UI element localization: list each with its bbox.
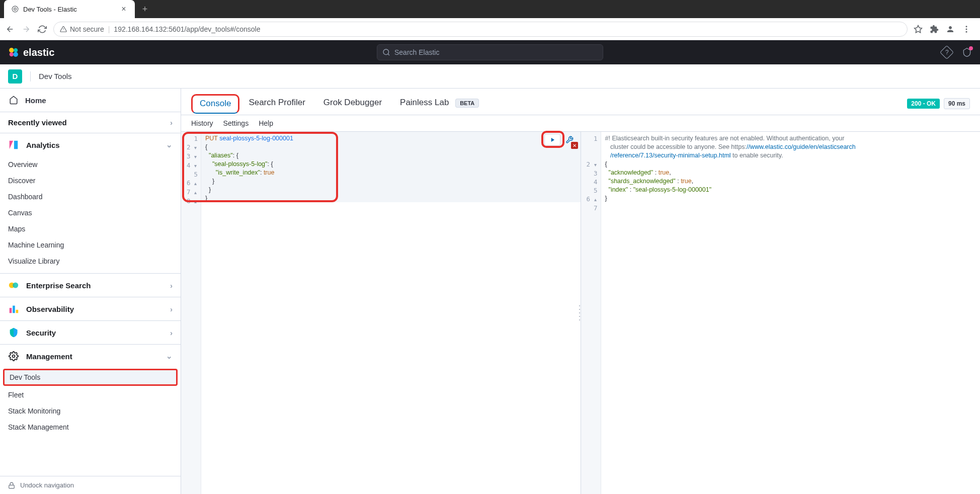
forward-button[interactable]: [21, 24, 31, 34]
security-indicator: Not secure: [60, 25, 104, 33]
bookmark-star-icon[interactable]: [914, 25, 923, 34]
chevron-right-icon: ›: [170, 118, 173, 127]
elastic-logo-icon: [8, 47, 19, 58]
sidebar-home[interactable]: Home: [0, 89, 181, 112]
kebab-menu-icon[interactable]: [962, 25, 971, 34]
sidebar-item-overview[interactable]: Overview: [0, 156, 181, 173]
svg-point-9: [13, 52, 18, 57]
request-body[interactable]: PUT seal-plossys-5-log-000001 { "aliases…: [201, 132, 581, 205]
svg-point-0: [12, 6, 18, 12]
svg-rect-17: [9, 485, 15, 488]
search-icon: [382, 48, 390, 56]
tab-search-profiler[interactable]: Search Profiler: [239, 93, 314, 115]
sidebar-obs-label: Observability: [26, 305, 74, 313]
main-tabs: Console Search Profiler Grok Debugger Pa…: [181, 89, 980, 115]
tab-close-icon[interactable]: ×: [120, 5, 128, 13]
sidebar-analytics[interactable]: Analytics ⌄: [0, 133, 181, 156]
sidebar-observability[interactable]: Observability ›: [0, 297, 181, 320]
back-button[interactable]: [5, 24, 15, 34]
svg-point-4: [966, 28, 967, 30]
sidebar-sec-label: Security: [26, 328, 56, 337]
sidebar-item-fleet[interactable]: Fleet: [0, 387, 181, 403]
sub-tab-help[interactable]: Help: [259, 119, 273, 127]
search-placeholder: Search Elastic: [394, 48, 439, 56]
elastic-logo[interactable]: elastic: [8, 47, 54, 58]
chevron-right-icon: ›: [170, 281, 173, 290]
extensions-icon[interactable]: [930, 25, 939, 34]
sidebar-item-maps[interactable]: Maps: [0, 221, 181, 237]
news-feed-icon[interactable]: [962, 47, 972, 57]
sidebar-es-label: Enterprise Search: [26, 281, 91, 290]
request-path: seal-plossys-5-log-000001: [219, 135, 293, 142]
address-bar[interactable]: Not secure | 192.168.164.132:5601/app/de…: [53, 22, 908, 37]
home-icon: [8, 95, 19, 106]
sidebar-item-discover[interactable]: Discover: [0, 173, 181, 189]
console-sub-tabs: History Settings Help: [181, 115, 980, 131]
main-area: Console Search Profiler Grok Debugger Pa…: [181, 89, 980, 494]
resp-warn-link1[interactable]: //www.elastic.co/guide/en/elasticsearch: [747, 143, 856, 150]
run-request-button[interactable]: [544, 134, 560, 146]
not-secure-label: Not secure: [70, 25, 104, 33]
security-icon: [8, 327, 19, 338]
svg-rect-13: [10, 308, 12, 313]
chevron-right-icon: ›: [170, 328, 173, 337]
warning-icon: [60, 26, 67, 33]
svg-point-16: [13, 355, 15, 358]
tab-title: Dev Tools - Elastic: [23, 6, 116, 13]
response-viewer[interactable]: ✕ 12 ▾3456 ▴7 #! Elasticsearch built-in …: [581, 131, 981, 494]
browser-toolbar: Not secure | 192.168.164.132:5601/app/de…: [0, 18, 980, 40]
sub-tab-settings[interactable]: Settings: [223, 119, 249, 127]
svg-point-10: [383, 49, 389, 55]
tab-console[interactable]: Console: [191, 94, 239, 114]
resp-warn-1: #! Elasticsearch built-in security featu…: [605, 135, 845, 142]
sidebar-enterprise-search[interactable]: Enterprise Search ›: [0, 273, 181, 297]
request-editor[interactable]: 12 ▾3 ▾4 ▾56 ▴7 ▴8 ▴ PUT seal-plossys-5-…: [181, 131, 581, 494]
elastic-brand-text: elastic: [23, 47, 54, 58]
request-gutter: 12 ▾3 ▾4 ▾56 ▴7 ▴8 ▴: [181, 132, 201, 494]
tab-favicon-icon: [11, 5, 19, 13]
sidebar-item-stack-monitoring[interactable]: Stack Monitoring: [0, 403, 181, 419]
sidebar-item-dev-tools[interactable]: Dev Tools: [3, 369, 178, 386]
play-icon: [549, 136, 556, 143]
svg-marker-2: [915, 25, 922, 32]
gear-icon: [8, 351, 19, 362]
space-selector[interactable]: D: [8, 69, 22, 84]
resp-warn-link2[interactable]: /reference/7.13/security-minimal-setup.h…: [605, 152, 731, 159]
resp-warn-2a: cluster could be accessible to anyone. S…: [605, 143, 747, 150]
sidebar-item-ml[interactable]: Machine Learning: [0, 237, 181, 253]
deprecation-warning-icon[interactable]: ✕: [571, 142, 578, 149]
sidebar-recently-label: Recently viewed: [8, 118, 67, 127]
sidebar-management[interactable]: Management ⌄: [0, 344, 181, 368]
splitter-handle[interactable]: [579, 305, 582, 320]
sub-tab-history[interactable]: History: [191, 119, 213, 127]
sidebar-item-visualize[interactable]: Visualize Library: [0, 253, 181, 269]
breadcrumb-bar: D Dev Tools: [0, 64, 980, 89]
new-tab-button[interactable]: +: [138, 2, 152, 16]
sidebar-recently-viewed[interactable]: Recently viewed ›: [0, 112, 181, 133]
svg-point-7: [14, 48, 18, 52]
undock-label: Undock navigation: [20, 481, 74, 489]
undock-navigation[interactable]: Undock navigation: [0, 476, 181, 494]
svg-point-8: [10, 52, 14, 56]
resp-index-key: "index": [608, 186, 628, 193]
help-icon[interactable]: ?: [942, 47, 952, 57]
tab-grok-debugger[interactable]: Grok Debugger: [314, 93, 391, 115]
sidebar-item-canvas[interactable]: Canvas: [0, 205, 181, 221]
browser-tab[interactable]: Dev Tools - Elastic ×: [4, 0, 135, 18]
console-editor-row: 12 ▾3 ▾4 ▾56 ▴7 ▴8 ▴ PUT seal-plossys-5-…: [181, 131, 980, 494]
tab-painless-label: Painless Lab: [400, 98, 449, 107]
global-search[interactable]: Search Elastic: [377, 44, 603, 60]
sidebar-home-label: Home: [25, 96, 46, 105]
resp-ack-val: true: [659, 169, 670, 176]
reload-button[interactable]: [37, 24, 47, 34]
sidebar-item-stack-management[interactable]: Stack Management: [0, 419, 181, 435]
svg-point-6: [9, 48, 14, 53]
sidebar-security[interactable]: Security ›: [0, 320, 181, 344]
tab-painless-lab[interactable]: Painless Lab BETA: [391, 93, 488, 115]
resp-warn-3b: to enable security.: [731, 152, 783, 159]
url-text: 192.168.164.132:5601/app/dev_tools#/cons…: [114, 25, 260, 33]
profile-icon[interactable]: [946, 25, 955, 34]
response-time: 90 ms: [944, 98, 970, 109]
sidebar-item-dashboard[interactable]: Dashboard: [0, 189, 181, 205]
response-body: #! Elasticsearch built-in security featu…: [601, 132, 981, 205]
